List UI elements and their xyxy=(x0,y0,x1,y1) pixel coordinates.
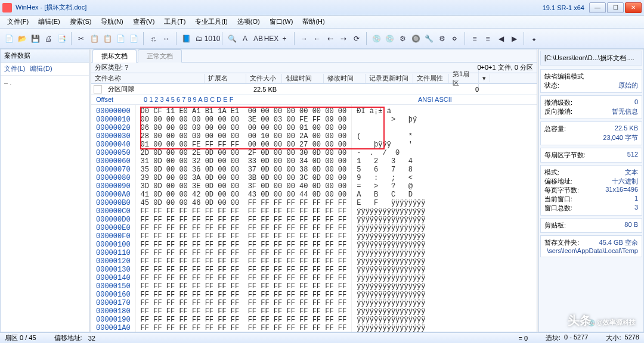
app-icon xyxy=(2,3,12,13)
info-row: 23,040 字节 xyxy=(544,133,638,142)
toolbar-button[interactable]: ⟳ xyxy=(351,33,362,44)
separator xyxy=(176,32,177,45)
toolbar-button[interactable]: 📂 xyxy=(17,33,27,44)
menu-item[interactable]: 搜索(S) xyxy=(66,16,95,27)
info-row: 每页字节数:31x16=496 xyxy=(544,186,638,195)
toolbar-button[interactable]: ≡ xyxy=(482,33,493,44)
status-size-value: 5278 xyxy=(625,333,639,342)
toolbar-button[interactable]: 🗂 xyxy=(194,33,205,44)
info-row: 每扇区字节数:512 xyxy=(544,151,638,160)
info-row: 暂存文件夹:45.4 GB 空余 xyxy=(544,238,638,247)
toolbar-button[interactable]: 🔍 xyxy=(227,33,237,44)
col-ext[interactable]: 扩展名 xyxy=(205,74,246,83)
col-attr[interactable]: 文件属性 xyxy=(413,74,449,83)
toolbar-button[interactable]: ◀ xyxy=(496,33,506,44)
toolbar-button[interactable]: ⚙ xyxy=(397,33,408,44)
col-mtime[interactable]: 修改时间 xyxy=(324,74,366,83)
toolbar-button[interactable]: 📋 xyxy=(89,33,100,44)
file-name: 分区间隙 xyxy=(104,85,208,93)
window-title: WinHex - [损坏文档.doc] xyxy=(16,3,543,12)
separator xyxy=(465,32,465,45)
col-more-icon[interactable]: ▾ xyxy=(479,74,490,82)
toolbar-button[interactable]: ✂ xyxy=(76,33,86,44)
toolbar: 📄📂💾🖨📑✂📋📋📄📄⎌↔📘🗂1010🔍AABHEX+→←⇠⇢⟳💿💿⚙🔘🔧⚙⭘≡≡… xyxy=(0,29,644,49)
toolbar-button[interactable]: ⇢ xyxy=(338,33,349,44)
col-rtime[interactable]: 记录更新时间 xyxy=(366,74,413,83)
menu-item[interactable]: 文件(F) xyxy=(4,16,32,27)
toolbar-button[interactable]: ≡ xyxy=(469,33,480,44)
info-row: 剪贴板:80 B xyxy=(544,221,638,230)
right-panel: [C:\Users\leon\D...\损坏文档.doc 缺省编辑模式状态:原始… xyxy=(538,49,644,332)
bytes-column[interactable]: D0 CF 11 E0 A1 B1 1A E1 00 00 00 00 00 0… xyxy=(136,105,352,332)
toolbar-button[interactable]: ⬥ xyxy=(528,33,539,44)
status-sel-value: 0 - 5277 xyxy=(564,333,588,342)
menu-item[interactable]: 查看(V) xyxy=(129,16,159,27)
partition-value: ? xyxy=(125,64,128,71)
toolbar-button[interactable]: 1010 xyxy=(207,33,218,44)
toolbar-button[interactable]: 💾 xyxy=(30,33,41,44)
menu-item[interactable]: 帮助(H) xyxy=(299,16,328,27)
toolbar-button[interactable]: 📘 xyxy=(181,33,191,44)
title-bar: WinHex - [损坏文档.doc] 19.1 SR-1 x64 — ☐ ✕ xyxy=(0,0,644,15)
left-tab-edit[interactable]: 编辑(D) xyxy=(30,64,52,73)
left-panel-tabs: 文件(L) 编辑(D) xyxy=(1,63,89,76)
info-row: 总容量:22.5 KB xyxy=(544,124,638,133)
separator xyxy=(71,32,72,45)
offset-column: 00000000 00000010 00000020 00000030 0000… xyxy=(91,105,136,332)
toolbar-button[interactable]: 📄 xyxy=(128,33,139,44)
col-ctime[interactable]: 创建时间 xyxy=(282,74,324,83)
toolbar-button[interactable]: → xyxy=(299,33,309,44)
toolbar-button[interactable]: ⚙ xyxy=(436,33,447,44)
toolbar-button[interactable]: ⭘ xyxy=(450,33,460,44)
file-row[interactable]: 分区间隙 22.5 KB 0 xyxy=(91,84,537,95)
toolbar-button[interactable]: 💿 xyxy=(371,33,382,44)
col-size[interactable]: 文件大小 xyxy=(246,74,282,83)
menu-item[interactable]: 选项(O) xyxy=(234,16,264,27)
menu-item[interactable]: 窗口(W) xyxy=(266,16,297,27)
minimize-button[interactable]: — xyxy=(589,2,606,13)
menu-item[interactable]: 导航(N) xyxy=(97,16,126,27)
toolbar-button[interactable]: A xyxy=(240,33,250,44)
toolbar-button[interactable]: ⇠ xyxy=(325,33,336,44)
col-name[interactable]: 文件名称 xyxy=(91,74,205,83)
toolbar-button[interactable]: 📑 xyxy=(56,33,67,44)
hdr-ascii: ANSI ASCII xyxy=(418,96,452,103)
info-edit-mode: 缺省编辑模式状态:原始的 xyxy=(540,69,642,93)
toolbar-button[interactable]: 🔧 xyxy=(423,33,434,44)
toolbar-button[interactable]: 🔘 xyxy=(410,33,421,44)
status-sel-label: 选块: xyxy=(546,333,561,342)
status-offset-label: 偏移地址: xyxy=(54,333,82,342)
toolbar-button[interactable]: 📄 xyxy=(115,33,126,44)
toolbar-button[interactable]: 💿 xyxy=(384,33,395,44)
info-clipboard: 剪贴板:80 B xyxy=(540,218,642,233)
tab-active[interactable]: 损坏文档 xyxy=(92,49,137,63)
separator xyxy=(366,32,367,45)
toolbar-button[interactable]: ↔ xyxy=(161,33,172,44)
info-row: 当前窗口:1 xyxy=(544,195,638,204)
status-bar: 扇区 0 / 45 偏移地址: 32 = 0 选块:0 - 5277 大小:52… xyxy=(0,332,644,343)
status-sector: 扇区 0 / 45 xyxy=(5,333,36,342)
toolbar-button[interactable]: 📄 xyxy=(4,33,14,44)
tab-inactive[interactable]: 正常文档 xyxy=(138,49,182,63)
maximize-button[interactable]: ☐ xyxy=(607,2,624,13)
status-size-label: 大小: xyxy=(606,333,621,342)
center-panel: 损坏文档 正常文档 分区类型: ? 0+0+1 文件, 0 分区 文件名称 扩展… xyxy=(91,49,537,332)
toolbar-button[interactable]: AB xyxy=(253,33,264,44)
close-button[interactable]: ✕ xyxy=(625,2,642,13)
toolbar-button[interactable]: ⎌ xyxy=(148,33,159,44)
hex-area[interactable]: 00000000 00000010 00000020 00000030 0000… xyxy=(91,105,537,332)
ascii-column[interactable]: ÐÏ à¡± á > þÿ ( * þÿÿÿ ' - . / 0 1 2 3 4… xyxy=(352,105,430,332)
toolbar-button[interactable]: ▶ xyxy=(509,33,519,44)
menu-item[interactable]: 工具(T) xyxy=(160,16,189,27)
toolbar-button[interactable]: + xyxy=(279,33,290,44)
menu-item[interactable]: 编辑(E) xyxy=(35,16,64,27)
toolbar-button[interactable]: ← xyxy=(312,33,323,44)
toolbar-button[interactable]: 📋 xyxy=(102,33,113,44)
toolbar-button[interactable]: HEX xyxy=(266,33,277,44)
info-row: 偏移地址:十六进制 xyxy=(544,177,638,186)
menu-bar: 文件(F)编辑(E)搜索(S)导航(N)查看(V)工具(T)专业工具(I)选项(… xyxy=(0,15,644,29)
toolbar-button[interactable]: 🖨 xyxy=(43,33,54,44)
hex-header: Offset 0 1 2 3 4 5 6 7 8 9 A B C D E F A… xyxy=(91,95,537,105)
left-tab-file[interactable]: 文件(L) xyxy=(4,64,25,73)
menu-item[interactable]: 专业工具(I) xyxy=(191,16,231,27)
